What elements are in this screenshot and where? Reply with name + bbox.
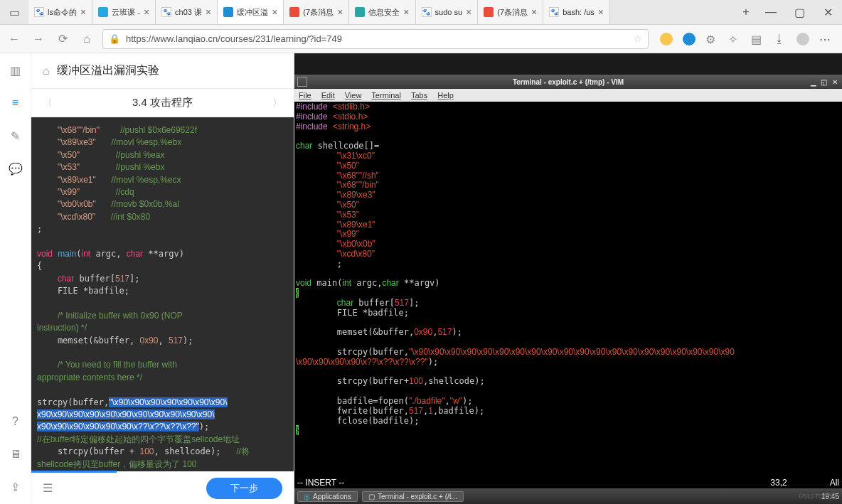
home-button[interactable]: ⌂	[78, 31, 95, 48]
rail-share-icon[interactable]: ⇪	[9, 480, 23, 494]
content-area: ▥ ≡ ✎ 💬 ? 🖥 ⇪ ⌂ 缓冲区溢出漏洞实验 〈 3.4 攻击程序 〉 "…	[0, 53, 842, 504]
next-section-button[interactable]: 〉	[272, 97, 282, 109]
favicon	[98, 7, 108, 17]
ext-download-icon[interactable]: ⭳	[774, 33, 787, 45]
new-tab-button[interactable]: +	[735, 6, 757, 18]
vm-menu-item[interactable]: File	[299, 91, 311, 100]
rail-chat-icon[interactable]: 💬	[9, 161, 23, 176]
tab-title: 信息安全	[368, 7, 400, 18]
rail-desktop-icon[interactable]: 🖥	[9, 447, 23, 461]
tab-close-icon[interactable]: ×	[272, 6, 277, 18]
vm-window-title: Terminal - exploit.c + (/tmp) - VIM	[513, 78, 624, 86]
tab-close-icon[interactable]: ×	[144, 6, 149, 18]
bookmark-star-icon[interactable]: ☆	[634, 33, 642, 44]
favicon	[289, 7, 299, 17]
tab-close-icon[interactable]: ×	[598, 6, 604, 18]
url-bar[interactable]: 🔒 ☆	[102, 29, 649, 49]
favicon: 🐾	[161, 7, 171, 17]
tab-close-icon[interactable]: ×	[531, 6, 537, 18]
ext-star-icon[interactable]: ✧	[728, 33, 741, 45]
vm-menu: FileEditViewTerminalTabsHelp	[294, 89, 842, 102]
tab-strip: 🐾ls命令的×云班课 -×🐾ch03 课×缓冲区溢×(7条消息×信息安全×🐾su…	[28, 0, 735, 24]
vm-menu-item[interactable]: Help	[437, 91, 454, 100]
vm-titlebar: Terminal - exploit.c + (/tmp) - VIM ▁ ◱ …	[294, 75, 842, 89]
vim-status: -- INSERT --33,2All	[294, 478, 842, 488]
minimize-button[interactable]: —	[757, 0, 785, 24]
taskbar-terminal[interactable]: ▢Terminal - exploit.c + (/t...	[362, 491, 464, 502]
vm-window-icon[interactable]	[297, 77, 307, 87]
tab-title: (7条消息	[497, 7, 528, 18]
maximize-button[interactable]: ▢	[785, 0, 814, 24]
course-home-icon[interactable]: ⌂	[43, 65, 50, 77]
overflow-menu-icon[interactable]: ⋯	[819, 33, 832, 45]
vm-taskbar: ◎Applications ▢Terminal - exploit.c + (/…	[294, 488, 842, 504]
section-nav: 〈 3.4 攻击程序 〉	[31, 89, 294, 117]
browser-tab[interactable]: 🐾sudo su×	[416, 0, 479, 24]
vm-editor[interactable]: #include <stdlib.h> #include <stdio.h> #…	[294, 102, 842, 488]
favicon	[484, 7, 494, 17]
prev-section-button[interactable]: 〈	[43, 97, 53, 109]
ext-icon-1[interactable]	[660, 33, 673, 45]
browser-tab[interactable]: (7条消息×	[284, 0, 349, 24]
window-menu-icon[interactable]: ▭	[0, 6, 28, 19]
vm-menu-item[interactable]: Tabs	[411, 91, 427, 100]
url-input[interactable]	[126, 33, 628, 44]
vm-close-icon[interactable]: ✕	[830, 77, 839, 87]
vm-menu-item[interactable]: View	[345, 91, 362, 100]
browser-tab[interactable]: (7条消息×	[478, 0, 543, 24]
rail-list-icon[interactable]: ≡	[9, 96, 23, 110]
vm-panel: 〈 « Terminal - exploit.c + (/tmp) - VIM …	[294, 53, 842, 504]
ext-library-icon[interactable]: ▤	[751, 33, 764, 45]
vm-terminal-window: Terminal - exploit.c + (/tmp) - VIM ▁ ◱ …	[294, 75, 842, 488]
browser-tab[interactable]: 🐾ch03 课×	[156, 0, 218, 24]
reload-button[interactable]: ⟳	[54, 31, 71, 48]
course-body[interactable]: "\x68""/bin" //pushl $0x6e69622f "\x89\x…	[31, 117, 294, 471]
tab-close-icon[interactable]: ×	[206, 6, 211, 18]
vm-menu-item[interactable]: Edit	[321, 91, 335, 100]
tab-close-icon[interactable]: ×	[403, 6, 409, 18]
lock-icon: 🔒	[109, 33, 120, 44]
toc-icon[interactable]: ☰	[43, 481, 53, 495]
close-button[interactable]: ✕	[814, 0, 842, 24]
vm-min-icon[interactable]: ▁	[809, 77, 818, 87]
rail-edit-icon[interactable]: ✎	[9, 129, 23, 143]
forward-button[interactable]: →	[30, 31, 47, 48]
tab-close-icon[interactable]: ×	[80, 6, 86, 18]
course-title: 缓冲区溢出漏洞实验	[57, 63, 159, 78]
window-controls: — ▢ ✕	[757, 0, 842, 24]
tab-close-icon[interactable]: ×	[337, 6, 343, 18]
tab-title: ls命令的	[48, 7, 77, 18]
tab-title: (7条消息	[303, 7, 334, 18]
ext-icon-2[interactable]	[683, 33, 696, 45]
watermark: ©51CTO博客	[799, 492, 836, 501]
browser-tab[interactable]: 云班课 -×	[92, 0, 156, 24]
tab-close-icon[interactable]: ×	[466, 6, 471, 18]
favicon: 🐾	[34, 7, 44, 17]
browser-tab[interactable]: 🐾bash: /us×	[543, 0, 610, 24]
tab-title: 云班课 -	[112, 7, 140, 18]
section-title: 3.4 攻击程序	[132, 96, 193, 109]
browser-tab[interactable]: 缓冲区溢×	[218, 0, 284, 24]
favicon: 🐾	[422, 7, 432, 17]
browser-titlebar: ▭ 🐾ls命令的×云班课 -×🐾ch03 课×缓冲区溢×(7条消息×信息安全×🐾…	[0, 0, 842, 25]
vm-menu-item[interactable]: Terminal	[371, 91, 401, 100]
browser-toolbar: ← → ⟳ ⌂ 🔒 ☆ ⚙ ✧ ▤ ⭳ ⋯	[0, 25, 842, 53]
profile-icon[interactable]	[796, 33, 809, 45]
vim-pos: 33,2	[770, 478, 787, 488]
ext-gear-icon[interactable]: ⚙	[705, 33, 718, 45]
left-rail: ▥ ≡ ✎ 💬 ? 🖥 ⇪	[0, 53, 31, 504]
back-button[interactable]: ←	[6, 31, 23, 48]
course-panel: ⌂ 缓冲区溢出漏洞实验 〈 3.4 攻击程序 〉 "\x68""/bin" //…	[31, 53, 294, 504]
browser-tab[interactable]: 信息安全×	[349, 0, 415, 24]
tab-title: sudo su	[435, 8, 463, 16]
rail-outline-icon[interactable]: ▥	[9, 63, 23, 77]
vm-max-icon[interactable]: ◱	[819, 77, 828, 87]
rail-help-icon[interactable]: ?	[9, 414, 23, 429]
favicon: 🐾	[549, 7, 559, 17]
taskbar-apps[interactable]: ◎Applications	[297, 491, 358, 502]
tab-title: bash: /us	[563, 8, 595, 16]
course-header: ⌂ 缓冲区溢出漏洞实验	[31, 53, 294, 89]
browser-tab[interactable]: 🐾ls命令的×	[28, 0, 92, 24]
next-button[interactable]: 下一步	[206, 478, 282, 499]
course-code: "\x68""/bin" //pushl $0x6e69622f "\x89\x…	[31, 117, 294, 471]
